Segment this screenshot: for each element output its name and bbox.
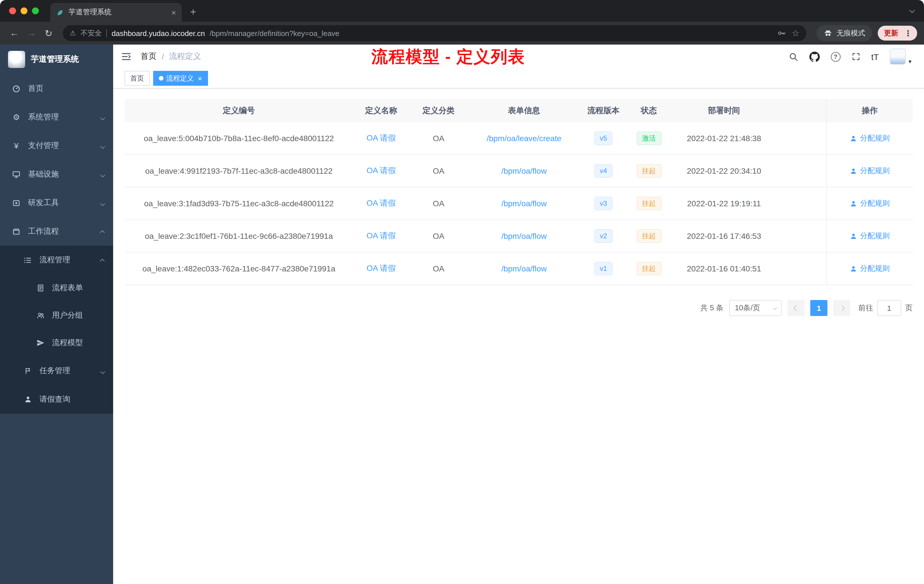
breadcrumb-home[interactable]: 首页 <box>140 51 157 62</box>
form-link[interactable]: /bpm/oa/flow <box>502 199 547 208</box>
tags-view: 首页 流程定义 × <box>113 69 924 89</box>
definition-name-link[interactable]: OA 请假 <box>366 198 396 209</box>
menu-fold-icon[interactable] <box>121 51 132 62</box>
version-tag[interactable]: v4 <box>594 164 612 178</box>
update-label: 更新 <box>884 28 898 38</box>
users-icon <box>35 312 45 319</box>
chevron-down-icon <box>101 199 104 207</box>
current-page-button[interactable]: 1 <box>810 300 827 316</box>
definition-name-link[interactable]: OA 请假 <box>366 133 396 144</box>
browser-menu-icon[interactable]: ⋮ <box>902 28 914 38</box>
form-link[interactable]: /bpm/oa/flow <box>502 264 547 273</box>
tag-label: 首页 <box>130 73 144 83</box>
assign-rule-button[interactable]: 分配规则 <box>850 166 890 176</box>
sidebar-item-process-management[interactable]: 流程管理 <box>0 246 113 274</box>
definition-table: 定义编号 定义名称 定义分类 表单信息 流程版本 状态 部署时间 操作 oa_l… <box>125 99 912 285</box>
sidebar-item-user-group[interactable]: 用户分组 <box>0 302 113 329</box>
app-logo[interactable]: 芋道管理系统 <box>0 45 113 74</box>
url-divider <box>107 29 107 37</box>
sidebar-item-label: 支付管理 <box>28 140 59 151</box>
form-link[interactable]: /bpm/oa/flow <box>502 166 547 175</box>
assign-rule-button[interactable]: 分配规则 <box>850 198 890 209</box>
address-bar[interactable]: ⚠ 不安全 dashboard.yudao.iocoder.cn /bpm/ma… <box>63 25 806 41</box>
update-chip[interactable]: 更新 ⋮ <box>878 26 917 41</box>
deploy-time: 2022-01-16 01:40:51 <box>671 252 777 285</box>
sidebar-item-workflow[interactable]: 工作流程 <box>0 217 113 246</box>
definition-name-link[interactable]: OA 请假 <box>366 231 396 241</box>
next-page-button[interactable] <box>833 300 850 316</box>
definition-category: OA <box>409 155 468 187</box>
sidebar-item-home[interactable]: 首页 <box>0 74 113 103</box>
tab-title: 芋道管理系统 <box>69 7 167 17</box>
zoom-window-button[interactable] <box>32 7 39 14</box>
main-area: 首页 / 流程定义 流程模型 - 定义列表 <box>113 45 924 584</box>
user-menu[interactable]: ▾ <box>890 49 911 64</box>
tag-label: 流程定义 <box>166 73 194 83</box>
sidebar-item-leave-query[interactable]: 请假查询 <box>0 385 113 414</box>
safe-box-icon <box>12 199 21 207</box>
fullscreen-icon[interactable] <box>851 52 860 61</box>
form-link[interactable]: /bpm/oa/leave/create <box>487 134 561 143</box>
security-label[interactable]: 不安全 <box>81 28 102 38</box>
help-icon[interactable]: ? <box>831 52 840 61</box>
form-link[interactable]: /bpm/oa/flow <box>502 231 547 241</box>
close-icon[interactable]: × <box>198 74 202 82</box>
column-header: 流程版本 <box>580 99 627 122</box>
reload-icon[interactable]: ↻ <box>41 26 56 41</box>
sidebar-item-infrastructure[interactable]: 基础设施 <box>0 160 113 188</box>
close-window-button[interactable] <box>9 7 16 14</box>
column-header: 操作 <box>826 99 912 122</box>
close-tab-icon[interactable]: × <box>172 8 176 17</box>
tag-home[interactable]: 首页 <box>125 71 150 86</box>
prev-page-button[interactable] <box>787 300 805 316</box>
version-tag[interactable]: v1 <box>594 262 612 276</box>
minimize-window-button[interactable] <box>21 7 27 14</box>
goto-page-input[interactable] <box>877 300 901 316</box>
definition-category: OA <box>409 252 468 285</box>
password-key-icon[interactable] <box>777 28 786 38</box>
status-badge: 挂起 <box>636 164 662 178</box>
status-badge: 挂起 <box>636 262 662 276</box>
deploy-time: 2022-01-22 21:48:38 <box>671 122 777 154</box>
sidebar-item-payment[interactable]: ¥ 支付管理 <box>0 132 113 160</box>
sidebar-item-process-model[interactable]: 流程模型 <box>0 329 113 356</box>
github-icon[interactable] <box>809 51 820 62</box>
tag-process-definition[interactable]: 流程定义 × <box>153 71 208 86</box>
column-header: 表单信息 <box>468 99 580 122</box>
page-annotation: 流程模型 - 定义列表 <box>371 46 525 69</box>
incognito-icon <box>823 28 833 38</box>
page-size-select[interactable]: 10条/页 <box>729 300 782 316</box>
chevron-down-icon: ▾ <box>909 58 911 64</box>
version-tag[interactable]: v2 <box>594 229 612 243</box>
assign-rule-button[interactable]: 分配规则 <box>850 264 890 274</box>
sidebar-item-system[interactable]: ⚙ 系统管理 <box>0 103 113 132</box>
search-icon[interactable] <box>788 52 798 61</box>
row-spacer <box>777 252 826 285</box>
new-tab-button[interactable]: + <box>185 4 201 20</box>
font-size-icon[interactable]: tT <box>871 52 879 61</box>
definition-name-link[interactable]: OA 请假 <box>366 166 396 176</box>
forward-icon[interactable]: → <box>24 26 39 41</box>
row-spacer <box>777 220 826 252</box>
bookmark-star-icon[interactable]: ☆ <box>792 28 799 38</box>
sidebar-item-task-management[interactable]: 任务管理 <box>0 356 113 385</box>
breadcrumb: 首页 / 流程定义 <box>140 51 201 62</box>
column-header: 部署时间 <box>671 99 777 122</box>
version-tag[interactable]: v3 <box>594 196 612 210</box>
definition-name-link[interactable]: OA 请假 <box>366 264 396 274</box>
column-header: 定义分类 <box>409 99 468 122</box>
version-tag[interactable]: v5 <box>594 132 612 145</box>
sidebar-item-process-form[interactable]: 流程表单 <box>0 274 113 302</box>
browser-window: 芋道管理系统 × + ← → ↻ ⚠ 不安全 dashboard.yudao.i… <box>0 0 924 584</box>
assign-rule-button[interactable]: 分配规则 <box>850 133 890 144</box>
column-header-spacer <box>777 99 826 122</box>
favicon <box>56 8 64 16</box>
tab-search-icon[interactable] <box>910 5 914 15</box>
sidebar-item-devtools[interactable]: 研发工具 <box>0 188 113 217</box>
assign-rule-button[interactable]: 分配规则 <box>850 231 890 241</box>
workflow-submenu: 流程管理 流程表单 <box>0 246 113 414</box>
assign-rule-label: 分配规则 <box>860 264 890 274</box>
row-spacer <box>777 122 826 154</box>
back-icon[interactable]: ← <box>7 26 22 41</box>
browser-tab[interactable]: 芋道管理系统 × <box>50 3 182 22</box>
